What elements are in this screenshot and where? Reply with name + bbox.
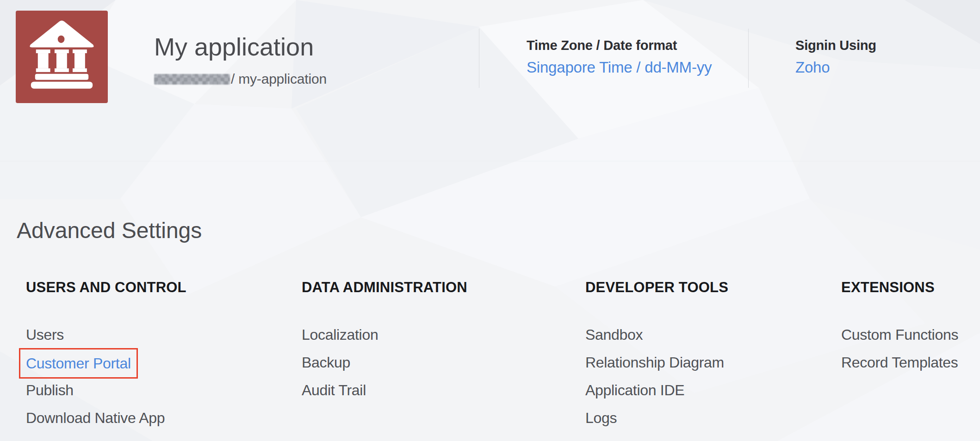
app-icon: [16, 11, 108, 103]
settings-link-relationship-diagram[interactable]: Relationship Diagram: [585, 354, 724, 371]
column-heading: EXTENSIONS: [841, 279, 958, 296]
list-item: Localization: [302, 321, 467, 349]
settings-link-record-templates[interactable]: Record Templates: [841, 354, 958, 371]
timezone-block: Time Zone / Date format Singapore Time /…: [527, 37, 712, 77]
settings-link-customer-portal[interactable]: Customer Portal: [26, 355, 131, 372]
header-divider: [748, 29, 749, 88]
column-heading: USERS AND CONTROL: [26, 279, 186, 296]
list-item: Audit Trail: [302, 376, 467, 404]
list-item: Record Templates: [841, 349, 958, 376]
bank-icon: [16, 11, 108, 103]
settings-link-audit-trail[interactable]: Audit Trail: [302, 382, 366, 399]
highlight-box: Customer Portal: [19, 348, 138, 379]
settings-link-application-ide[interactable]: Application IDE: [585, 382, 684, 399]
settings-link-localization[interactable]: Localization: [302, 326, 378, 343]
list-item: Relationship Diagram: [585, 349, 728, 376]
list-item: Custom Functions: [841, 321, 958, 349]
settings-link-custom-functions[interactable]: Custom Functions: [841, 326, 958, 343]
column-heading: DEVELOPER TOOLS: [585, 279, 728, 296]
app-path-suffix: / my-application: [231, 71, 327, 87]
settings-column-developer-tools: DEVELOPER TOOLS Sandbox Relationship Dia…: [585, 277, 728, 432]
settings-column-extensions: EXTENSIONS Custom Functions Record Templ…: [841, 277, 958, 376]
header-divider: [479, 29, 479, 88]
list-item: Sandbox: [585, 321, 728, 349]
signin-value-link[interactable]: Zoho: [795, 58, 830, 77]
list-item: Download Native App: [26, 404, 186, 432]
settings-link-sandbox[interactable]: Sandbox: [585, 326, 643, 343]
list-item: Publish: [26, 376, 186, 404]
settings-link-logs[interactable]: Logs: [585, 410, 617, 427]
list-item: Backup: [302, 349, 467, 376]
section-title: Advanced Settings: [17, 217, 202, 244]
workspace-name-redacted: [154, 74, 230, 85]
settings-column-users-and-control: USERS AND CONTROL Users Customer Portal …: [26, 277, 186, 432]
settings-link-backup[interactable]: Backup: [302, 354, 350, 371]
settings-link-users[interactable]: Users: [26, 326, 64, 343]
settings-link-publish[interactable]: Publish: [26, 382, 74, 399]
list-item: Customer Portal: [26, 349, 186, 376]
settings-link-download-native-app[interactable]: Download Native App: [26, 410, 165, 427]
settings-column-data-administration: DATA ADMINISTRATION Localization Backup …: [302, 277, 467, 404]
app-path: / my-application: [154, 72, 327, 86]
app-title: My application: [154, 31, 314, 62]
signin-block: Signin Using Zoho: [795, 37, 876, 77]
timezone-value-link[interactable]: Singapore Time / dd-MM-yy: [527, 58, 712, 77]
list-item: Application IDE: [585, 376, 728, 404]
column-heading: DATA ADMINISTRATION: [302, 279, 467, 296]
list-item: Logs: [585, 404, 728, 432]
signin-label: Signin Using: [795, 37, 876, 54]
list-item: Users: [26, 321, 186, 349]
timezone-label: Time Zone / Date format: [527, 37, 712, 54]
